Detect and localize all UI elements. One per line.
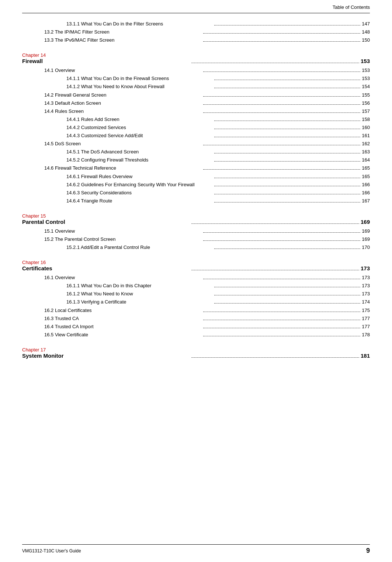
toc-entry: 14.4.1 Rules Add Screen 158: [22, 115, 370, 124]
toc-entry: 13.2 The IP/MAC Filter Screen 148: [22, 28, 370, 36]
chapter-16-page: 173: [361, 265, 370, 271]
chapter-17-title-line: System Monitor 181: [22, 353, 370, 359]
toc-entry: 14.6.2 Guidelines For Enhancing Security…: [22, 181, 370, 189]
entry-text: 14.6.2 Guidelines For Enhancing Security…: [66, 181, 213, 189]
chapter-14-label: Chapter 14: [22, 52, 370, 58]
chapter-15-page: 169: [361, 219, 370, 225]
page-num: 153: [362, 74, 370, 83]
entry-text: 14.6.4 Triangle Route: [66, 197, 213, 205]
dots: [203, 336, 361, 336]
entry-text: 14.3 Default Action Screen: [44, 99, 202, 107]
toc-entry: 14.1 Overview 153: [22, 66, 370, 74]
page: Table of Contents 13.1.1 What You Can Do…: [0, 0, 392, 562]
page-num: 173: [362, 282, 370, 290]
toc-entry: 15.2 The Parental Control Screen 169: [22, 235, 370, 243]
entry-text: 14.5.1 The DoS Advanced Screen: [66, 148, 213, 156]
dots: [214, 303, 361, 303]
entry-text: 16.2 Local Certificates: [44, 306, 202, 315]
dots: [203, 145, 361, 145]
toc-entry: 16.1 Overview 173: [22, 274, 370, 282]
toc-entry: 14.3 Default Action Screen 156: [22, 99, 370, 107]
entry-text: 16.1.1 What You Can Do in this Chapter: [66, 282, 213, 290]
entry-text: 13.2 The IP/MAC Filter Screen: [44, 28, 202, 36]
entry-text: 14.1 Overview: [44, 66, 202, 74]
page-num: 160: [362, 124, 370, 132]
page-num: 165: [362, 164, 370, 172]
dots: [214, 295, 361, 295]
entry-text: 14.6.3 Security Considerations: [66, 189, 213, 197]
dots: [214, 161, 361, 162]
page-footer: VMG1312-T10C User's Guide 9: [22, 544, 370, 555]
dots: [214, 202, 361, 202]
toc-entry: 16.5 View Certificate 178: [22, 331, 370, 339]
entry-text: 14.6 Firewall Technical Reference: [44, 164, 202, 172]
dots: [203, 320, 361, 320]
toc-entry: 16.1.1 What You Can Do in this Chapter 1…: [22, 282, 370, 290]
toc-entry: 14.5.1 The DoS Advanced Screen 163: [22, 148, 370, 156]
entry-text: 14.4.3 Customized Service Add/Edit: [66, 132, 213, 140]
dots: [214, 121, 361, 121]
chapter-15-label: Chapter 15: [22, 213, 370, 219]
dots: [214, 80, 361, 80]
entry-text: 16.4 Trusted CA Import: [44, 323, 202, 331]
entry-text: 13.1.1 What You Can Do in the Filter Scr…: [66, 20, 213, 28]
toc-entry: 14.5.2 Configuring Firewall Thresholds 1…: [22, 156, 370, 164]
ch13-continued: 13.1.1 What You Can Do in the Filter Scr…: [22, 20, 370, 44]
toc-entry: 14.6.4 Triangle Route 167: [22, 197, 370, 205]
page-num: 150: [362, 36, 370, 44]
page-num: 147: [362, 20, 370, 28]
dots: [214, 186, 361, 186]
dots: [203, 41, 361, 42]
entry-text: 13.3 The IPv6/MAC Filter Screen: [44, 36, 202, 44]
page-header: Table of Contents: [22, 0, 370, 13]
entry-text: 14.5.2 Configuring Firewall Thresholds: [66, 156, 213, 164]
page-num: 167: [362, 197, 370, 205]
dots: [203, 312, 361, 312]
page-num: 162: [362, 140, 370, 148]
entry-text: 14.5 DoS Screen: [44, 140, 202, 148]
ch16-entries: 16.1 Overview 173 16.1.1 What You Can Do…: [22, 274, 370, 339]
dots: [203, 240, 361, 241]
entry-text: 15.1 Overview: [44, 227, 202, 235]
toc-entry: 16.4 Trusted CA Import 177: [22, 323, 370, 331]
dots: [203, 33, 361, 34]
page-num: 157: [362, 107, 370, 115]
chapter-17-label: Chapter 17: [22, 347, 370, 353]
chapter-15-heading: Chapter 15 Parental Control 169: [22, 213, 370, 225]
toc-entry: 14.4.2 Customized Services 160: [22, 124, 370, 132]
page-num: 166: [362, 181, 370, 189]
chapter-17-heading: Chapter 17 System Monitor 181: [22, 347, 370, 359]
entry-text: 14.1.1 What You Can Do in the Firewall S…: [66, 74, 213, 83]
dots: [203, 104, 361, 105]
toc-entry: 14.5 DoS Screen 162: [22, 140, 370, 148]
entry-text: 14.2 Firewall General Screen: [44, 91, 202, 99]
page-num: 170: [362, 243, 370, 251]
dots: [203, 232, 361, 233]
dots: [203, 328, 361, 328]
toc-entry: 16.1.2 What You Need to Know 173: [22, 290, 370, 298]
dots: [214, 287, 361, 287]
dots: [191, 357, 359, 358]
toc-entry: 14.4.3 Customized Service Add/Edit 161: [22, 132, 370, 140]
chapter-16-title-line: Certificates 173: [22, 265, 370, 271]
toc-entry: 15.2.1 Add/Edit a Parental Control Rule …: [22, 243, 370, 251]
page-num: 175: [362, 306, 370, 315]
chapter-17-title: System Monitor: [22, 353, 190, 359]
toc-entry: 14.6.1 Firewall Rules Overview 165: [22, 173, 370, 181]
entry-text: 16.5 View Certificate: [44, 331, 202, 339]
footer-right: 9: [366, 547, 370, 555]
toc-entry: 14.2 Firewall General Screen 155: [22, 91, 370, 99]
dots: [203, 279, 361, 279]
entry-text: 16.1.3 Verifying a Certificate: [66, 298, 213, 306]
dots: [191, 63, 359, 63]
dots: [214, 25, 361, 25]
page-num: 177: [362, 323, 370, 331]
page-num: 169: [362, 227, 370, 235]
entry-text: 14.4.2 Customized Services: [66, 124, 213, 132]
page-num: 164: [362, 156, 370, 164]
page-num: 177: [362, 315, 370, 323]
dots: [214, 178, 361, 178]
dots: [214, 88, 361, 88]
entry-text: 16.1.2 What You Need to Know: [66, 290, 213, 298]
toc-entry: 13.3 The IPv6/MAC Filter Screen 150: [22, 36, 370, 44]
